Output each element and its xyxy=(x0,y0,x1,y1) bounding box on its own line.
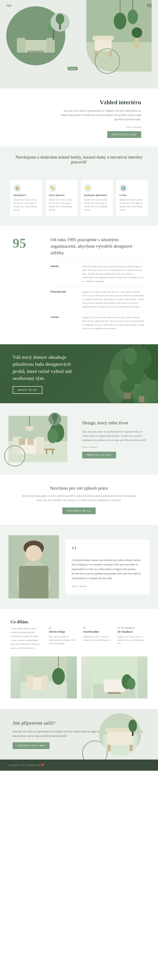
svg-rect-9 xyxy=(40,52,42,57)
testimonial-content: " Ut enim ad minim veniam, quis nostrud … xyxy=(65,539,150,594)
svg-rect-75 xyxy=(104,679,125,692)
design-life-cta[interactable]: PŘEČTĚTE SI VÍCE xyxy=(82,452,116,458)
stats-label-2: Tvorba xyxy=(51,316,78,330)
hero-small-image xyxy=(51,13,70,32)
tagline-text: Navrhujeme a dodáváme krásné hotely, lux… xyxy=(13,155,145,164)
tagline-section: Navrhujeme a dodáváme krásné hotely, lux… xyxy=(0,146,158,172)
stats-text-0: Proin eu sodales enim nunc interdum euis… xyxy=(82,265,145,283)
svg-rect-8 xyxy=(29,52,31,57)
work-style-section: Navrženo pro váš způsob práce Způsob, ji… xyxy=(0,475,158,525)
stats-label-0: Interiér xyxy=(51,265,78,283)
testimonial-author: Olivia v Treneth xyxy=(72,585,86,587)
feature-text-0: Sample text: Click to select the text bo… xyxy=(13,198,39,212)
what-item-1: 02. Stavební plány Sample text: Click to… xyxy=(83,627,113,650)
ready-cta-button[interactable]: ZAČNĚTE HNE D NÁS xyxy=(13,742,49,749)
work-style-cta[interactable]: DOZVĚDĚT SE VÍC xyxy=(62,508,96,514)
svg-rect-69 xyxy=(27,675,33,690)
svg-rect-78 xyxy=(108,692,121,694)
features-section: 🏠 PROJEKTY Sample text: Click to select … xyxy=(0,172,158,226)
svg-point-58 xyxy=(52,413,58,421)
svg-point-25 xyxy=(132,27,142,38)
svg-point-51 xyxy=(47,428,58,443)
footer-text: Copyright © 2023 | Designed with ❤️ xyxy=(8,764,44,767)
svg-rect-2 xyxy=(17,38,25,52)
svg-rect-83 xyxy=(107,745,110,751)
svg-point-22 xyxy=(128,10,138,24)
design-life-author: Olivia v Treneth xyxy=(82,446,147,448)
svg-rect-65 xyxy=(19,566,48,598)
stats-row-1: Prototypování Sample text: Click to sele… xyxy=(51,286,145,312)
hero-section: logo xyxy=(0,0,158,88)
stats-right: Od roku 1995 pracujeme s úžasnými organi… xyxy=(51,237,145,334)
svg-point-85 xyxy=(129,719,137,732)
feature-text-3: Sample text: Click to select the text bo… xyxy=(120,198,145,212)
svg-rect-59 xyxy=(54,420,56,424)
main-nav: logo xyxy=(0,0,158,11)
what-i-do-items: 01. Interior design Duis aute irure dolo… xyxy=(45,627,148,650)
what-i-do-section: Co dělám. Lorem ipsum dolor sit amet, co… xyxy=(0,609,158,709)
work-style-body: Způsob, jijím pracujeme, se mění a dobrá… xyxy=(20,494,138,503)
feature-card-1: ✏️ ÚPCE DESIGN Sample text: Click to sel… xyxy=(46,180,78,216)
svg-point-77 xyxy=(127,678,136,690)
svg-rect-46 xyxy=(36,437,44,454)
feature-icon-1: ✏️ xyxy=(49,184,56,192)
testimonial-image xyxy=(8,535,59,598)
svg-point-39 xyxy=(120,380,135,393)
what-item-title-1: Stavební plány xyxy=(83,630,113,633)
what-item-num-0: 01. xyxy=(49,627,79,629)
svg-rect-54 xyxy=(52,450,53,454)
design-life-content: Design, který mění život Duis aute irure… xyxy=(80,418,150,461)
stats-heading: Od roku 1995 pracujeme s úžasnými organi… xyxy=(51,237,145,256)
svg-point-35 xyxy=(135,348,152,369)
svg-rect-84 xyxy=(129,745,133,751)
design-life-body: Duis aute irure dolor in reprehenderit i… xyxy=(82,430,147,442)
stats-text-1: Sample text: Click to select the text bo… xyxy=(82,290,145,309)
stats-row-0: Interiér Proin eu sodales enim nunc inte… xyxy=(51,261,145,286)
svg-point-72 xyxy=(52,668,65,685)
stats-section: 95 Od roku 1995 pracujeme s úžasnými org… xyxy=(0,226,158,344)
interior-title: Vzhled interiéru xyxy=(61,99,141,106)
interior-cta-button[interactable]: PŘEČTĚTE SI VÍCE xyxy=(107,131,141,138)
what-item-num-1: 02. xyxy=(83,627,113,629)
what-item-title-2: 3D vizualizace xyxy=(118,630,148,633)
interior-heading-section: Vzhled interiéru Duis aute irure dolor i… xyxy=(0,88,158,146)
feature-text-2: Sample text: Click to select the text bo… xyxy=(84,198,109,212)
green-banner-title: Váš nový domov obsahuje působivou řadu d… xyxy=(13,354,76,382)
what-i-do-grid: Lorem ipsum dolor sit amet, consectetur … xyxy=(11,627,147,650)
stats-text-2: Sample text: Click to select the text bo… xyxy=(82,316,145,330)
svg-point-41 xyxy=(136,387,147,396)
green-banner-cta[interactable]: NAUČIT SE VÍC xyxy=(13,386,42,394)
feature-title-2: RANKING BRÄNDUE xyxy=(84,194,109,196)
svg-point-56 xyxy=(25,426,34,431)
svg-rect-3 xyxy=(46,38,55,52)
design-life-section: Design, který mění život Duis aute irure… xyxy=(0,403,158,475)
design-life-images xyxy=(8,416,74,462)
feature-text-1: Sample text: Click to select the text bo… xyxy=(49,198,74,212)
design-small-circle xyxy=(48,413,61,425)
testimonial-section: " Ut enim ad minim veniam, quis nostrud … xyxy=(0,525,158,609)
feature-title-0: PROJEKTY xyxy=(13,194,39,196)
design-life-title: Design, který mění život xyxy=(82,420,147,426)
hero-badge: Interior xyxy=(67,67,78,70)
feature-card-0: 🏠 PROJEKTY Sample text: Click to select … xyxy=(10,180,42,216)
ready-circle-image xyxy=(99,713,141,755)
what-item-num-2: 03. 3D vizualizace xyxy=(118,627,148,629)
what-item-2: 03. 3D vizualizace 3D vizualizace Sample… xyxy=(118,627,148,650)
svg-rect-7 xyxy=(27,51,44,52)
svg-rect-53 xyxy=(46,450,47,454)
feature-title-1: ÚPCE DESIGN xyxy=(49,194,74,196)
stats-row-2: Tvorba Sample text: Click to select the … xyxy=(51,312,145,334)
svg-rect-16 xyxy=(93,36,114,40)
svg-rect-70 xyxy=(42,675,48,690)
feature-icon-3: ℹ️ xyxy=(120,184,127,192)
svg-rect-81 xyxy=(107,730,133,745)
svg-rect-48 xyxy=(27,439,34,445)
svg-rect-24 xyxy=(135,37,139,46)
interior-body: Duis aute irure dolor in reprehenderit i… xyxy=(61,109,141,121)
what-i-do-title: Co dělám. xyxy=(11,619,147,624)
green-banner-section: Váš nový domov obsahuje působivou řadu d… xyxy=(0,344,158,403)
hamburger-menu[interactable] xyxy=(147,4,152,7)
what-item-title-0: Interior design xyxy=(49,630,79,633)
what-i-do-left-text: Lorem ipsum dolor sit amet, consectetur … xyxy=(11,627,41,650)
feature-card-2: ⭐ RANKING BRÄNDUE Sample text: Click to … xyxy=(81,180,113,216)
